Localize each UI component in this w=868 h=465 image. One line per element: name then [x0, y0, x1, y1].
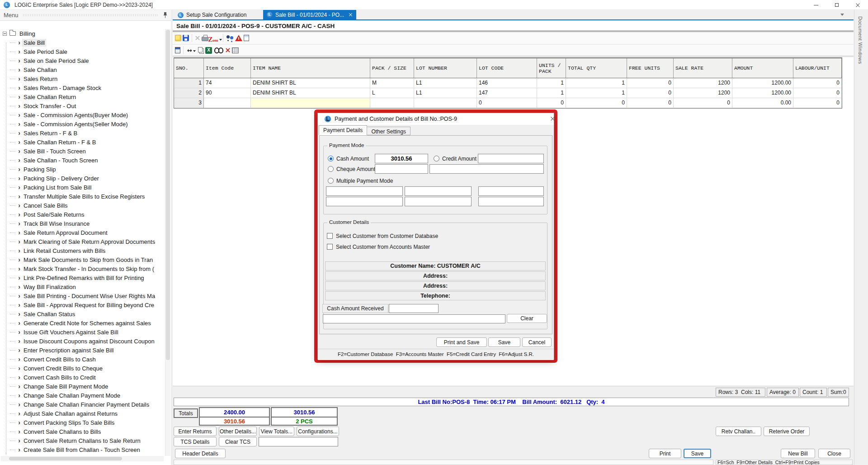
sidebar-item[interactable]: Link Pre-Defined Remarks with Bill for P…	[0, 273, 165, 282]
grid-cell[interactable]: L	[370, 88, 414, 98]
save-icon[interactable]	[183, 35, 189, 41]
zoom-icon[interactable]: Zom	[210, 33, 220, 43]
tab-setup-sale-configuration[interactable]: Setup Sale Configuration	[174, 10, 250, 19]
grid-cell[interactable]: 0	[793, 98, 842, 108]
report-icon[interactable]	[244, 35, 249, 41]
tab-payment-details[interactable]: Payment Details	[319, 125, 367, 135]
sidebar-item[interactable]: Change Sale Challan Financier Payment De…	[0, 400, 165, 409]
grid-cell[interactable]: L1	[414, 78, 477, 88]
document-windows-strip[interactable]: Document Windows	[854, 10, 868, 465]
cash-amount-input[interactable]	[375, 154, 428, 163]
grid-cell[interactable]	[414, 98, 477, 108]
sidebar-item[interactable]: Enter Prescription against Sale Bill	[0, 346, 165, 355]
grid-cell[interactable]: 1200	[674, 78, 732, 88]
grid-cell[interactable]: 0	[627, 98, 674, 108]
grid-cell[interactable]: 0	[566, 98, 627, 108]
sidebar-item[interactable]: Convert Sale Challans to Bills	[0, 427, 165, 436]
grid-cell[interactable]: 1	[537, 78, 566, 88]
sidebar-item[interactable]: Sale Period Sale	[0, 47, 165, 56]
multi-payment-input-3[interactable]	[478, 186, 544, 196]
grid-cell[interactable]: 1	[566, 88, 627, 98]
collapse-icon[interactable]	[3, 32, 7, 36]
close-bill-button[interactable]: Close	[818, 449, 850, 458]
sidebar-horizontal-scrollbar[interactable]	[1, 456, 164, 461]
sidebar-item[interactable]: Change Sale Challan Payment Mode	[0, 391, 165, 400]
grid-cell[interactable]: 147	[477, 88, 537, 98]
grid-cell[interactable]	[251, 98, 370, 108]
grid-cell[interactable]: 1200.00	[732, 88, 793, 98]
sidebar-item[interactable]: Sale Bill - Touch Screen	[0, 147, 165, 156]
find-icon[interactable]	[213, 45, 224, 55]
sidebar-item[interactable]: Sale Bill	[0, 38, 165, 47]
grid-cell[interactable]: 2	[174, 88, 204, 98]
grid-cell[interactable]	[204, 98, 251, 108]
grid-cell[interactable]: 0.00	[732, 98, 793, 108]
sidebar-item[interactable]: Way Bill Finalization	[0, 282, 165, 291]
copy-icon[interactable]	[198, 47, 203, 52]
view-totals-button[interactable]: View Totals...	[259, 427, 294, 436]
sidebar-item[interactable]: Generate Credit Note for Schemes against…	[0, 318, 165, 327]
grid-cell[interactable]: 74	[204, 78, 251, 88]
credit-amount-radio[interactable]	[434, 156, 439, 161]
grid-cell[interactable]: M	[370, 78, 414, 88]
warning-icon[interactable]	[235, 35, 242, 41]
delete-disabled-icon[interactable]	[195, 35, 200, 41]
grid-cell[interactable]: 146	[477, 78, 537, 88]
tab-list-chevron-down-icon[interactable]	[840, 14, 844, 18]
sidebar-vertical-scrollbar[interactable]	[165, 29, 170, 456]
sidebar-item[interactable]: Sale Return Approval Document	[0, 228, 165, 237]
cash-amount-radio[interactable]	[328, 156, 334, 161]
sidebar-item[interactable]: Transfer Multiple Sale Bills to Excise R…	[0, 192, 165, 201]
grid-cell[interactable]: 1200.00	[732, 78, 793, 88]
sidebar-item[interactable]: Sales Return - F & B	[0, 128, 165, 138]
sidebar-item[interactable]: Convert Cash Bills to Credit	[0, 373, 165, 382]
tab-sale-bill[interactable]: Sale Bill - 01/01/2024 - PO...	[263, 10, 356, 19]
tcs-value-input[interactable]	[259, 437, 338, 446]
sidebar-item[interactable]: Stock Transfer - Out	[0, 101, 165, 110]
grid-cell[interactable]: 0	[537, 98, 566, 108]
other-details-button[interactable]: Other Details...	[219, 427, 257, 436]
grid-cell[interactable]: 0	[793, 78, 842, 88]
tab-close-icon[interactable]	[349, 13, 353, 17]
sidebar-item[interactable]: Sale on Sale Period Sale	[0, 56, 165, 65]
sidebar-item[interactable]: Sale Bill - Approval Request for Billing…	[0, 300, 165, 309]
sidebar-item[interactable]: Change Sale Bill Payment Mode	[0, 382, 165, 391]
dialog-cancel-button[interactable]: Cancel	[522, 337, 552, 347]
sidebar-item[interactable]: Adjust Sale Challan against Returns	[0, 409, 165, 418]
multiple-payment-radio[interactable]	[328, 178, 334, 184]
close-button[interactable]	[847, 0, 868, 10]
cheque-details-input[interactable]	[429, 164, 544, 174]
sidebar-item[interactable]: Convert Packing Slips To Sale Bills	[0, 418, 165, 427]
tab-other-settings[interactable]: Other Settings	[367, 127, 410, 135]
delete-row-icon[interactable]	[225, 47, 231, 53]
sidebar-item[interactable]: Packing List from Sale Bill	[0, 183, 165, 192]
grid-cell[interactable]: 3	[174, 98, 204, 108]
dialog-close-button[interactable]	[547, 116, 550, 123]
sidebar-item[interactable]: Sales Return - Damage Stock	[0, 83, 165, 92]
grid-cell[interactable]: DENIM SHIRT BL	[251, 78, 370, 88]
new-bill-button[interactable]: New Bill	[781, 449, 815, 458]
export-excel-icon[interactable]: X	[205, 47, 212, 54]
clear-tcs-button[interactable]: Clear TCS	[219, 437, 257, 446]
column-width-icon[interactable]	[186, 45, 197, 55]
sidebar-item[interactable]: Mark Stock Transfer - In Documents to Sk…	[0, 264, 165, 273]
sidebar-item[interactable]: Create Sale Bill from Challan - Touch Sc…	[0, 445, 165, 454]
header-details-button[interactable]: Header Details	[175, 449, 226, 458]
sidebar-item[interactable]: Issue Gift Vouchers Against Sale Bill	[0, 327, 165, 337]
grid-cell[interactable]: L1	[414, 88, 477, 98]
grid-cell[interactable]: 0	[627, 78, 674, 88]
reterive-order-button[interactable]: Reterive Order	[764, 427, 810, 436]
grid-cell[interactable]: 1	[537, 88, 566, 98]
print-button[interactable]: Print	[649, 449, 681, 458]
sidebar-item[interactable]: Sales Return	[0, 74, 165, 83]
sidebar-item[interactable]: Convert Credit Bills to Cash	[0, 355, 165, 364]
maximize-button[interactable]	[826, 0, 847, 10]
sidebar-item[interactable]: Mark Clearing of Sale Return Approval Do…	[0, 237, 165, 246]
enter-returns-button[interactable]: Enter Returns	[174, 427, 217, 436]
configurations-button[interactable]: Configurations...	[297, 427, 339, 436]
sidebar-root-billing[interactable]: Billing	[0, 29, 165, 38]
dialog-save-button[interactable]: Save	[488, 337, 520, 347]
retv-challan-button[interactable]: Retv Challan..	[716, 427, 761, 436]
sidebar-item[interactable]: Sale Challan Return - F & B	[0, 138, 165, 147]
multi-payment-input-6[interactable]	[478, 197, 544, 206]
